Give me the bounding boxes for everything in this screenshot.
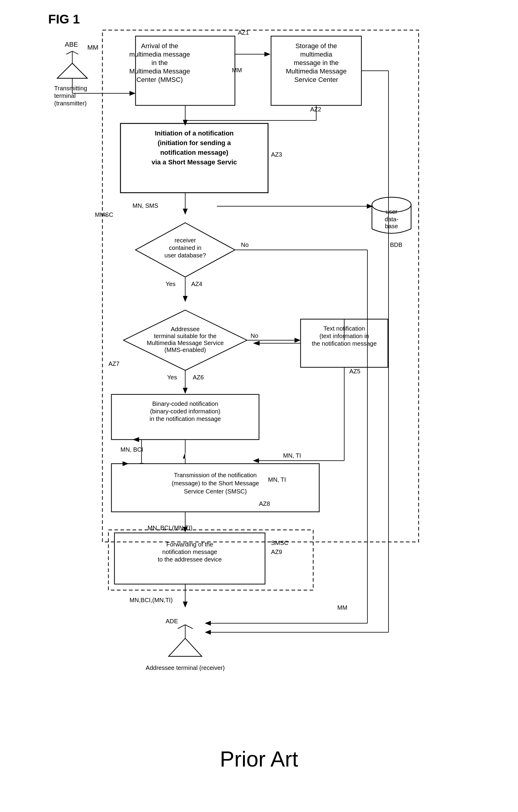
- svg-text:to the addressee device: to the addressee device: [158, 556, 222, 563]
- svg-text:MM: MM: [232, 67, 242, 74]
- svg-marker-2: [57, 63, 87, 78]
- svg-text:Arrival of the: Arrival of the: [141, 42, 178, 50]
- svg-text:(message) to the Short Message: (message) to the Short Message: [172, 480, 259, 487]
- AZ2-label: AZ2: [310, 106, 321, 113]
- svg-text:in the notification message: in the notification message: [150, 415, 221, 422]
- diagram-container: FIG 1 text { font-family: Arial, sans-se…: [48, 12, 470, 771]
- svg-marker-105: [169, 638, 202, 656]
- svg-text:multimedia: multimedia: [300, 51, 333, 58]
- svg-text:No: No: [241, 241, 249, 248]
- ADE-label: ADE: [166, 618, 178, 625]
- fig-label: FIG 1: [48, 12, 80, 27]
- svg-text:contained in: contained in: [169, 244, 201, 251]
- svg-text:Forwarding of the: Forwarding of the: [166, 541, 213, 548]
- svg-marker-78: [253, 458, 259, 463]
- svg-rect-83: [111, 464, 319, 512]
- svg-marker-96: [183, 602, 188, 608]
- svg-marker-54: [183, 296, 188, 302]
- svg-text:(initiation for sending a: (initiation for sending a: [157, 139, 231, 147]
- svg-marker-8: [130, 91, 136, 96]
- svg-text:(binary-coded information): (binary-coded information): [150, 408, 220, 414]
- svg-text:Binary-coded notification: Binary-coded notification: [152, 400, 218, 407]
- svg-line-5: [72, 51, 78, 54]
- svg-marker-62: [294, 338, 300, 343]
- svg-marker-115: [133, 437, 139, 442]
- svg-text:terminal suitable for the: terminal suitable for the: [154, 333, 217, 339]
- SMSC-label: SMSC: [271, 540, 289, 546]
- svg-text:Transmission of the notificati: Transmission of the notification: [174, 472, 257, 478]
- svg-text:in the: in the: [151, 59, 168, 66]
- svg-text:Multimedia Message Service: Multimedia Message Service: [147, 340, 224, 346]
- svg-text:Yes: Yes: [166, 281, 176, 287]
- svg-line-107: [178, 625, 185, 629]
- AZ3-label: AZ3: [271, 151, 282, 158]
- MMSC-label: MMSC: [95, 211, 113, 218]
- svg-text:Storage of the: Storage of the: [295, 42, 337, 50]
- transmitting-terminal-label3: (transmitter): [54, 100, 87, 107]
- BDB-label: BDB: [390, 241, 402, 248]
- mm-top-label: MM: [87, 44, 98, 51]
- svg-text:(MMS-enabled): (MMS-enabled): [165, 347, 206, 353]
- svg-text:notification message: notification message: [162, 549, 217, 555]
- svg-text:message in the: message in the: [294, 59, 339, 66]
- AZ9-label: AZ9: [271, 549, 282, 555]
- svg-text:Multimedia Message: Multimedia Message: [286, 67, 347, 75]
- svg-marker-16: [264, 52, 270, 57]
- svg-text:base: base: [385, 223, 398, 229]
- svg-marker-117: [253, 341, 260, 346]
- AZ1-label: AZ1: [238, 29, 249, 36]
- svg-text:Addressee terminal (receiver): Addressee terminal (receiver): [146, 665, 225, 671]
- svg-text:Service Center: Service Center: [294, 76, 338, 83]
- AZ7-label: AZ7: [108, 360, 120, 367]
- svg-text:via a Short Message Servic: via a Short Message Servic: [151, 158, 237, 166]
- diagram-svg: text { font-family: Arial, sans-serif; f…: [48, 12, 470, 735]
- svg-text:MN, TI: MN, TI: [283, 452, 301, 459]
- transmitting-terminal-label2: terminal: [54, 92, 76, 99]
- page: FIG 1 text { font-family: Arial, sans-se…: [0, 0, 518, 812]
- svg-text:the notification message: the notification message: [312, 340, 377, 347]
- svg-text:Addressee: Addressee: [171, 326, 200, 332]
- ABE-label: ABE: [65, 41, 78, 48]
- svg-text:notification message): notification message): [160, 149, 228, 156]
- AZ4-label: AZ4: [191, 281, 202, 287]
- svg-text:MN, SMS: MN, SMS: [133, 202, 159, 209]
- svg-text:Initiation of a notification: Initiation of a notification: [155, 129, 234, 137]
- svg-text:MM: MM: [337, 604, 347, 611]
- svg-text:Yes: Yes: [167, 374, 177, 381]
- svg-marker-34: [183, 209, 188, 215]
- AZ6-label: AZ6: [193, 374, 204, 381]
- svg-text:receiver: receiver: [174, 237, 196, 243]
- svg-text:multimedia message: multimedia message: [129, 51, 190, 58]
- svg-marker-101: [205, 621, 211, 626]
- svg-text:No: No: [251, 332, 258, 339]
- AZ5-label: AZ5: [349, 368, 361, 375]
- svg-marker-80: [183, 453, 185, 459]
- svg-line-4: [66, 51, 72, 54]
- svg-rect-0: [103, 30, 419, 542]
- svg-marker-65: [183, 388, 188, 394]
- svg-marker-104: [205, 630, 211, 635]
- prior-art-label: Prior Art: [48, 747, 470, 771]
- AZ8-label: AZ8: [259, 500, 270, 507]
- svg-text:data-: data-: [384, 216, 398, 223]
- svg-text:MN, BCI: MN, BCI: [120, 446, 143, 453]
- svg-text:MN, TI: MN, TI: [268, 476, 286, 483]
- svg-text:user database?: user database?: [165, 252, 206, 259]
- svg-text:Multimedia Message: Multimedia Message: [129, 67, 190, 75]
- svg-text:Service Center (SMSC): Service Center (SMSC): [184, 488, 247, 495]
- svg-text:MN,BCI,(MN,TI): MN,BCI,(MN,TI): [130, 597, 173, 603]
- svg-line-108: [185, 625, 193, 629]
- transmitting-terminal-label: Transmitting: [54, 85, 87, 91]
- svg-text:Center (MMSC): Center (MMSC): [137, 76, 183, 83]
- svg-text:user: user: [386, 208, 398, 215]
